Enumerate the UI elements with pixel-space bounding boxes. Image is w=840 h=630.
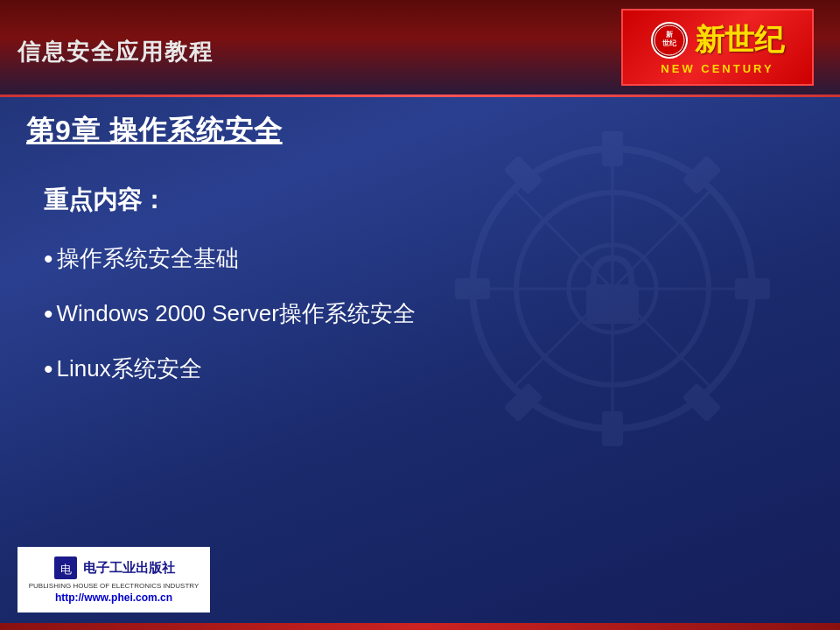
logo-emblem: 新 世纪 新世纪 [651,20,784,60]
bullet-dot: • [44,246,53,272]
chapter-title: 第9章 操作系统安全 [26,112,283,150]
bullet-list: • 操作系统安全基础 • Windows 2000 Server操作系统安全 •… [44,243,796,384]
bullet-text-3: Linux系统安全 [57,354,202,384]
bullet-text-2: Windows 2000 Server操作系统安全 [57,298,416,329]
publisher-url: http://www.phei.com.cn [55,592,172,604]
list-item: • 操作系统安全基础 [44,243,796,274]
publisher-logo: 电 电子工业出版社 PUBLISHING HOUSE OF ELECTRONIC… [18,547,210,612]
bullet-dot: • [44,301,53,327]
svg-rect-10 [503,382,542,422]
publisher-subtitle: PUBLISHING HOUSE OF ELECTRONICS INDUSTRY [29,582,200,591]
logo-box: 新 世纪 新世纪 NEW CENTURY [621,9,814,86]
bullet-text-1: 操作系统安全基础 [57,243,239,274]
logo-area: 新 世纪 新世纪 NEW CENTURY [621,9,814,86]
bullet-dot: • [44,356,53,382]
section-title: 重点内容： [44,184,796,217]
publisher-name: 电子工业出版社 [83,560,175,577]
svg-rect-9 [682,382,721,422]
list-item: • Windows 2000 Server操作系统安全 [44,298,796,329]
svg-text:电: 电 [60,563,71,576]
logo-circle-inner: 新 世纪 [653,24,686,57]
svg-text:新: 新 [666,30,673,38]
header-bar: 信息安全应用教程 新 世纪 新世纪 N [0,0,840,96]
header-title: 信息安全应用教程 [18,28,214,67]
logo-circle: 新 世纪 [651,22,688,59]
list-item: • Linux系统安全 [44,354,796,384]
slide-container: 信息安全应用教程 新 世纪 新世纪 N [0,0,840,630]
content-area: 重点内容： • 操作系统安全基础 • Windows 2000 Server操作… [44,184,796,384]
publisher-emblem-icon: 电 [53,556,78,580]
header-bottom-line [0,94,840,97]
logo-english-text: NEW CENTURY [661,62,774,75]
bottom-border-line [0,623,840,630]
svg-text:世纪: 世纪 [662,39,677,47]
logo-chinese-text: 新世纪 [695,20,784,60]
